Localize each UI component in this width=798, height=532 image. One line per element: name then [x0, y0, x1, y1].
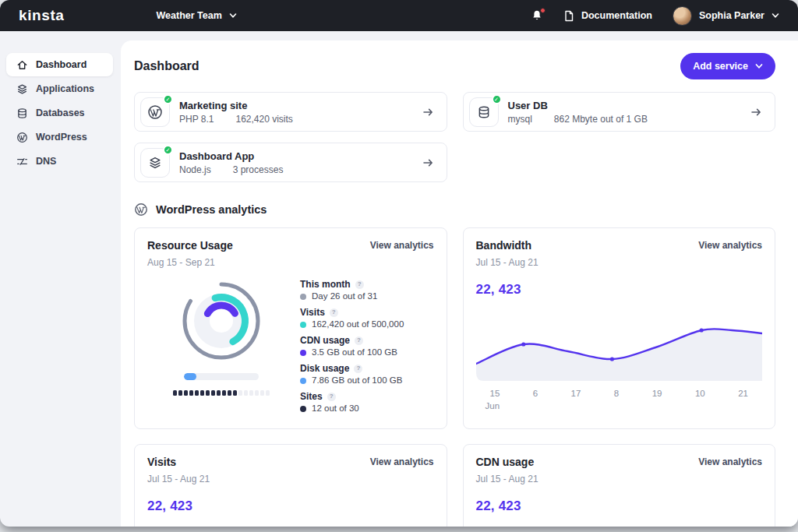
service-name: Marketing site — [179, 100, 293, 111]
legend-label: This month — [300, 279, 351, 290]
view-analytics-link[interactable]: View analytics — [370, 456, 434, 467]
service-runtime: mysql — [508, 114, 532, 125]
document-icon — [563, 10, 574, 22]
service-icon-tile: ✓ — [140, 148, 170, 178]
database-icon — [477, 105, 491, 119]
sidebar-item-label: DNS — [36, 156, 56, 167]
date-range: Jul 15 - Aug 21 — [147, 474, 434, 484]
kinsta-logo: kinsta — [19, 7, 65, 24]
service-usage: 862 Mbyte out of 1 GB — [554, 114, 648, 125]
avatar — [673, 6, 692, 26]
team-selector-label: Weather Team — [157, 10, 222, 21]
legend-value: 12 out of 30 — [312, 403, 359, 414]
database-icon — [16, 107, 28, 119]
service-card-dashboard-app[interactable]: ✓ Dashboard App Node.js 3 processes — [134, 143, 447, 182]
services-grid: ✓ Marketing site PHP 8.1 162,420 visits — [134, 92, 775, 182]
disk-usage-bar — [184, 373, 259, 380]
x-axis-tick: 8 — [614, 389, 619, 398]
legend-dot — [300, 406, 306, 412]
user-menu[interactable]: Sophia Parker — [673, 6, 779, 26]
x-axis-tick: 10 — [695, 389, 705, 398]
service-icon-tile: ✓ — [469, 97, 499, 127]
service-text: User DB mysql 862 Mbyte out of 1 GB — [508, 100, 648, 125]
resource-usage-visuals — [147, 280, 295, 414]
home-icon — [16, 59, 28, 71]
sidebar-item-dashboard[interactable]: Dashboard — [6, 53, 113, 76]
documentation-link[interactable]: Documentation — [563, 10, 652, 22]
chevron-down-icon — [755, 62, 763, 70]
resource-usage-donut-chart — [181, 280, 262, 361]
service-icon-tile: ✓ — [140, 97, 170, 127]
view-analytics-link[interactable]: View analytics — [698, 456, 762, 467]
sidebar-item-dns[interactable]: DNS — [6, 150, 113, 173]
x-axis-ticks: 156178191021 — [476, 389, 763, 398]
service-card-user-db[interactable]: ✓ User DB mysql 862 Mbyte out of 1 GB — [463, 92, 776, 132]
sidebar-item-label: Databases — [36, 107, 85, 118]
view-analytics-link[interactable]: View analytics — [370, 240, 434, 251]
help-icon[interactable]: ? — [354, 365, 362, 373]
sidebar-item-databases[interactable]: Databases — [6, 101, 113, 125]
service-text: Marketing site PHP 8.1 162,420 visits — [179, 100, 293, 125]
wordpress-analytics-header: WordPress analytics — [134, 203, 775, 217]
resource-usage-card: Resource Usage View analytics Aug 15 - S… — [134, 227, 447, 429]
sidebar-item-label: Applications — [36, 83, 94, 94]
bandwidth-value: 22, 423 — [476, 282, 763, 298]
service-usage: 162,420 visits — [235, 114, 292, 125]
section-title: WordPress analytics — [156, 203, 267, 216]
service-usage: 3 processes — [233, 164, 284, 175]
legend-dot — [300, 322, 306, 328]
resource-usage-legend: This month? Day 26 out of 31 Visits? 162… — [295, 279, 434, 414]
layers-icon — [148, 156, 162, 170]
sidebar-item-applications[interactable]: Applications — [6, 77, 113, 100]
documentation-label: Documentation — [581, 10, 652, 21]
view-analytics-link[interactable]: View analytics — [698, 240, 762, 251]
page-header: Dashboard Add service — [134, 53, 775, 79]
add-service-button[interactable]: Add service — [680, 53, 775, 79]
date-range: Jul 15 - Aug 21 — [476, 257, 763, 268]
page-title: Dashboard — [134, 59, 200, 73]
visits-card: Visits View analytics Jul 15 - Aug 21 22… — [134, 444, 447, 527]
service-card-marketing-site[interactable]: ✓ Marketing site PHP 8.1 162,420 visits — [134, 92, 447, 132]
legend-item-sites: Sites? 12 out of 30 — [300, 391, 434, 414]
x-axis-tick: 17 — [571, 389, 581, 398]
x-axis-month-label: Jun — [486, 401, 763, 410]
sidebar-item-label: WordPress — [36, 132, 87, 143]
card-title: CDN usage — [476, 456, 535, 468]
visits-value: 22, 423 — [147, 499, 434, 514]
chevron-down-icon — [229, 12, 237, 19]
x-axis-tick: 19 — [652, 389, 662, 398]
cdn-value: 22, 423 — [476, 499, 763, 514]
legend-value: 3.5 GB out of 100 GB — [312, 347, 397, 358]
card-title: Resource Usage — [147, 239, 233, 252]
x-axis-tick: 15 — [490, 389, 500, 398]
notifications-button[interactable] — [531, 9, 543, 22]
service-text: Dashboard App Node.js 3 processes — [179, 150, 283, 175]
legend-dot — [300, 350, 306, 356]
chevron-down-icon — [772, 12, 779, 19]
sidebar-item-label: Dashboard — [36, 59, 87, 70]
service-runtime: PHP 8.1 — [179, 114, 214, 125]
topbar-right: Documentation Sophia Parker — [531, 6, 779, 26]
legend-dot — [300, 378, 306, 384]
help-icon[interactable]: ? — [355, 280, 364, 289]
team-selector[interactable]: Weather Team — [157, 10, 237, 21]
legend-label: Disk usage — [300, 363, 349, 374]
sites-usage-bar — [173, 390, 270, 396]
main-panel: Dashboard Add service — [121, 41, 798, 527]
legend-value: 162,420 out of 500,000 — [312, 319, 404, 329]
legend-label: Visits — [300, 307, 325, 318]
date-range: Aug 15 - Sep 21 — [147, 257, 434, 268]
wordpress-icon — [147, 104, 163, 120]
status-ok-badge: ✓ — [163, 94, 173, 104]
help-icon[interactable]: ? — [327, 393, 336, 401]
card-title: Bandwidth — [476, 239, 532, 252]
x-axis-tick: 6 — [533, 389, 538, 398]
service-name: User DB — [508, 100, 648, 111]
sidebar-item-wordpress[interactable]: WordPress — [6, 125, 113, 149]
legend-value: 7.86 GB out of 100 GB — [312, 375, 402, 386]
help-icon[interactable]: ? — [355, 336, 363, 345]
app-body: Dashboard Applications Databases — [0, 31, 798, 527]
legend-item-cdn-usage: CDN usage? 3.5 GB out of 100 GB — [300, 335, 434, 358]
help-icon[interactable]: ? — [330, 308, 338, 317]
legend-item-visits: Visits? 162,420 out of 500,000 — [300, 307, 434, 329]
